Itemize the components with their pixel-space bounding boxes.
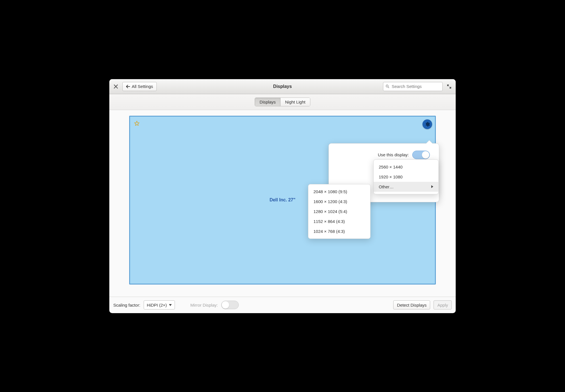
display-arrangement-area: Dell Inc. 27" (109, 110, 456, 297)
maximize-button[interactable] (445, 83, 453, 90)
resolution-other-menu: 2048 × 1080 (9:5) 1600 × 1200 (4:3) 1280… (308, 184, 371, 239)
mirror-display-label: Mirror Display: (190, 303, 218, 307)
resolution-other-submenu[interactable]: Other… (374, 182, 438, 192)
chevron-right-icon (431, 185, 433, 188)
resolution-option[interactable]: 1920 × 1080 (374, 172, 438, 182)
display-name-label: Dell Inc. 27" (269, 197, 295, 203)
tab-night-light[interactable]: Night Light (280, 98, 310, 106)
displays-settings-window: All Settings Displays Displays Night Lig… (109, 79, 456, 313)
scaling-factor-combo[interactable]: HiDPI (2×) (144, 300, 175, 309)
back-label: All Settings (132, 84, 153, 89)
arrow-left-icon (126, 85, 130, 88)
view-switcher: Displays Night Light (255, 98, 310, 106)
scaling-factor-value: HiDPI (2×) (147, 303, 167, 307)
resolution-option[interactable]: 1600 × 1200 (4:3) (308, 197, 370, 206)
mirror-display-switch[interactable] (221, 301, 239, 309)
scaling-factor-label: Scaling factor: (113, 303, 140, 307)
page-title: Displays (200, 84, 365, 89)
back-all-settings-button[interactable]: All Settings (122, 82, 157, 91)
action-bar: Scaling factor: HiDPI (2×) Mirror Displa… (109, 297, 456, 313)
chevron-down-icon (169, 304, 172, 306)
resolution-option[interactable]: 1024 × 768 (4:3) (308, 226, 370, 236)
search-settings-input[interactable] (383, 82, 443, 91)
detect-displays-button[interactable]: Detect Displays (393, 300, 430, 309)
gear-icon (424, 121, 430, 127)
search-icon (386, 84, 389, 88)
display-settings-gear-button[interactable] (422, 119, 432, 129)
apply-button[interactable]: Apply (434, 300, 452, 309)
resolution-other-label: Other… (379, 184, 394, 189)
resolution-option[interactable]: 2560 × 1440 (374, 162, 438, 172)
use-this-display-switch[interactable] (412, 151, 430, 159)
resolution-option[interactable]: 1152 × 864 (4:3) (308, 216, 370, 226)
tab-displays[interactable]: Displays (255, 98, 280, 106)
header-bar: All Settings Displays (109, 79, 456, 94)
resolution-menu: 2560 × 1440 1920 × 1080 Other… (373, 159, 439, 194)
use-this-display-label: Use this display: (378, 152, 409, 157)
view-switcher-bar: Displays Night Light (109, 94, 456, 110)
maximize-icon (447, 85, 451, 88)
close-window-button[interactable] (112, 83, 120, 90)
resolution-option[interactable]: 2048 × 1080 (9:5) (308, 187, 370, 197)
search-input-field[interactable] (391, 84, 440, 89)
resolution-option[interactable]: 1280 × 1024 (5:4) (308, 206, 370, 216)
close-icon (114, 85, 118, 88)
primary-display-star-icon (134, 121, 140, 127)
